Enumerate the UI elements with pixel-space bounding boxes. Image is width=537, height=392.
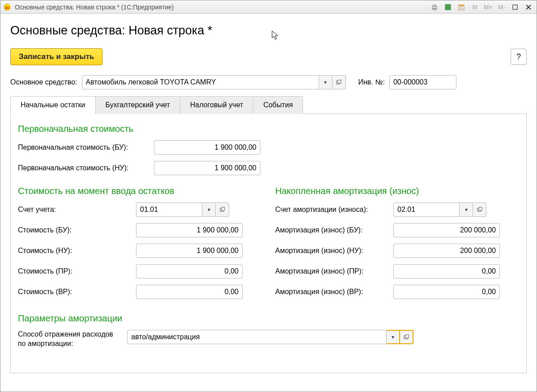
section-cost-entry-title: Стоимость на момент ввода остатков <box>18 186 262 196</box>
tab-events[interactable]: События <box>253 96 303 114</box>
initial-cost-nu-input[interactable] <box>154 161 260 175</box>
depr-vr-label: Амортизация (износ) (ВР): <box>275 288 387 296</box>
svg-rect-13 <box>513 5 517 9</box>
cost-pr-input[interactable] <box>136 264 243 278</box>
close-icon[interactable] <box>523 2 534 12</box>
depr-bu-label: Амортизация (износ) (БУ): <box>275 226 387 234</box>
depr-nu-input[interactable] <box>393 244 500 258</box>
depr-account-input[interactable] <box>393 202 460 217</box>
depr-nu-label: Амортизация (износ) (НУ): <box>275 247 387 255</box>
depr-account-label: Счет амортизации (износа): <box>275 206 387 214</box>
section-initial-cost-title: Первоначальная стоимость <box>18 124 519 134</box>
help-button[interactable]: ? <box>511 49 527 65</box>
section-params-title: Параметры амортизации <box>18 313 519 324</box>
app-icon: 1c <box>3 3 11 11</box>
depr-pr-label: Амортизация (износ) (ПР): <box>275 267 387 275</box>
tabs: Начальные остатки Бухгалтерский учет Нал… <box>10 96 527 114</box>
expense-method-input[interactable] <box>127 330 387 344</box>
cost-bu-input[interactable] <box>136 223 243 237</box>
cost-pr-label: Стоимость (ПР): <box>18 267 130 275</box>
memory-m-button[interactable]: M <box>469 2 480 12</box>
open-icon[interactable] <box>473 202 486 217</box>
memory-mminus-button[interactable]: M- <box>496 2 507 12</box>
cost-nu-label: Стоимость (НУ): <box>18 247 130 255</box>
window-title: Основные средства: Новая строка * (1С:Пр… <box>15 4 174 11</box>
cost-bu-label: Стоимость (БУ): <box>18 226 130 234</box>
svg-text:1c: 1c <box>5 5 9 10</box>
open-icon[interactable] <box>216 202 229 217</box>
titlebar: 1c Основные средства: Новая строка * (1С… <box>0 0 537 14</box>
main-asset-label: Основное средство: <box>10 78 77 86</box>
save-and-close-button[interactable]: Записать и закрыть <box>10 48 102 65</box>
tab-tax[interactable]: Налоговый учет <box>180 96 254 114</box>
open-icon[interactable] <box>332 75 346 89</box>
dropdown-icon[interactable]: ▾ <box>387 330 400 344</box>
print-icon[interactable] <box>429 2 440 12</box>
dropdown-icon[interactable]: ▾ <box>202 202 216 217</box>
main-asset-input[interactable] <box>82 75 319 89</box>
initial-cost-nu-label: Первоначальная стоимость (НУ): <box>18 164 148 172</box>
svg-rect-3 <box>433 5 436 6</box>
calendar-icon[interactable]: 31 <box>456 2 467 12</box>
depr-vr-input[interactable] <box>393 285 500 299</box>
svg-rect-5 <box>445 4 451 10</box>
svg-text:31: 31 <box>460 6 463 9</box>
cost-nu-input[interactable] <box>136 244 243 258</box>
maximize-icon[interactable] <box>510 2 520 12</box>
dropdown-icon[interactable]: ▾ <box>460 202 473 217</box>
svg-rect-21 <box>479 207 482 211</box>
section-depreciation-title: Накопленная амортизация (износ) <box>275 186 519 196</box>
account-label: Счет учета: <box>18 206 130 214</box>
inv-number-input[interactable] <box>389 75 456 89</box>
tab-accounting[interactable]: Бухгалтерский учет <box>95 96 180 114</box>
cost-vr-label: Стоимость (ВР): <box>18 288 130 296</box>
initial-cost-bu-input[interactable] <box>154 140 260 155</box>
initial-cost-bu-label: Первоначальная стоимость (БУ): <box>18 143 148 152</box>
dropdown-icon[interactable]: ▾ <box>319 75 332 89</box>
memory-mplus-button[interactable]: M+ <box>483 2 494 12</box>
cost-vr-input[interactable] <box>136 285 243 299</box>
account-input[interactable] <box>136 202 202 217</box>
svg-rect-19 <box>222 207 225 211</box>
calculator-icon[interactable] <box>443 2 453 12</box>
tab-initial-balances[interactable]: Начальные остатки <box>10 96 96 114</box>
depr-pr-input[interactable] <box>393 264 500 278</box>
svg-rect-17 <box>338 80 341 83</box>
depr-bu-input[interactable] <box>393 223 500 237</box>
inv-number-label: Инв. №: <box>358 78 385 86</box>
expense-method-label: Способ отражения расходов по амортизации… <box>18 330 121 349</box>
page-title: Основные средства: Новая строка * <box>10 24 527 38</box>
open-icon[interactable] <box>400 330 413 344</box>
svg-rect-23 <box>405 335 409 338</box>
